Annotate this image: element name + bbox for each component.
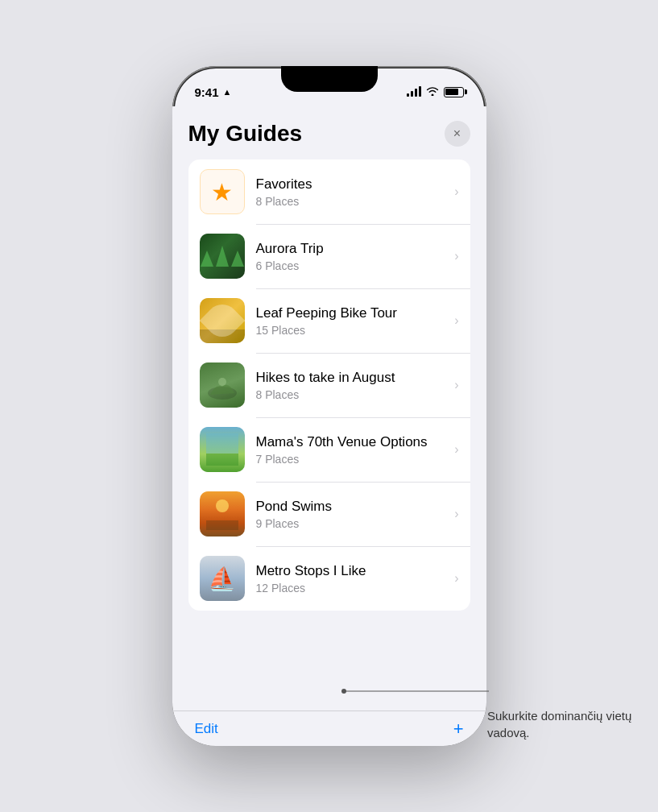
pond-decoration <box>206 498 238 530</box>
guide-name: Favorites <box>256 176 455 193</box>
phone-frame: 9:41 ▲ My Guide <box>172 66 486 746</box>
add-guide-button[interactable]: + <box>453 720 464 738</box>
guide-count: 6 Places <box>256 259 455 272</box>
mamas-decoration <box>206 433 238 466</box>
wifi-icon <box>426 86 439 98</box>
guide-name: Metro Stops I Like <box>256 563 455 579</box>
status-icons <box>407 86 464 98</box>
signal-bar-1 <box>407 93 409 97</box>
guide-info: Metro Stops I Like 12 Places <box>256 563 455 594</box>
header: My Guides × <box>188 106 470 160</box>
guide-thumbnail-mamas <box>200 427 245 472</box>
svg-point-1 <box>218 378 226 386</box>
guide-name: Hikes to take in August <box>256 370 455 386</box>
guides-list: ★ Favorites 8 Places › Au <box>188 160 470 611</box>
guide-thumbnail-metro: ⛵ <box>200 556 245 601</box>
svg-rect-3 <box>206 433 238 454</box>
guide-name: Leaf Peeping Bike Tour <box>256 305 455 321</box>
notch <box>281 66 378 92</box>
guide-count: 8 Places <box>256 388 455 401</box>
list-item[interactable]: ★ Favorites 8 Places › <box>188 160 470 224</box>
signal-bar-4 <box>419 86 421 97</box>
guide-name: Pond Swims <box>256 499 455 515</box>
guide-name: Mama's 70th Venue Options <box>256 434 455 450</box>
close-icon: × <box>453 127 461 140</box>
svg-point-4 <box>216 499 229 512</box>
tree-shape <box>201 251 213 267</box>
location-icon: ▲ <box>223 87 232 97</box>
annotation-line-svg <box>328 667 505 715</box>
chevron-right-icon: › <box>454 249 458 263</box>
edit-button[interactable]: Edit <box>195 721 218 737</box>
status-time: 9:41 ▲ <box>195 85 232 99</box>
guide-count: 12 Places <box>256 582 455 594</box>
guide-info: Hikes to take in August 8 Places <box>256 370 455 401</box>
list-item[interactable]: Aurora Trip 6 Places › <box>188 224 470 288</box>
chevron-right-icon: › <box>454 571 458 586</box>
guide-info: Mama's 70th Venue Options 7 Places <box>256 434 455 466</box>
bottom-bar: Edit + <box>172 710 486 746</box>
hikes-decoration <box>206 369 238 401</box>
guide-thumbnail-pond <box>200 491 245 536</box>
guide-name: Aurora Trip <box>256 241 455 257</box>
guide-thumbnail-aurora <box>200 234 245 279</box>
chevron-right-icon: › <box>454 442 458 457</box>
star-icon: ★ <box>211 178 233 206</box>
svg-rect-2 <box>206 454 238 466</box>
annotation-text: Sukurkite dominančių vietų vadovą. <box>487 707 640 741</box>
chevron-right-icon: › <box>454 313 458 328</box>
boat-icon: ⛵ <box>208 566 236 592</box>
page-title: My Guides <box>188 121 303 147</box>
aurora-trees-decoration <box>201 246 244 267</box>
signal-bars-icon <box>407 87 421 97</box>
guide-info: Aurora Trip 6 Places <box>256 241 455 272</box>
guide-info: Pond Swims 9 Places <box>256 499 455 530</box>
list-item[interactable]: ⛵ Metro Stops I Like 12 Places › <box>188 546 470 611</box>
list-item[interactable]: Hikes to take in August 8 Places › <box>188 353 470 417</box>
chevron-right-icon: › <box>454 184 458 199</box>
battery-icon <box>444 87 464 97</box>
tree-shape <box>231 251 244 267</box>
chevron-right-icon: › <box>454 378 458 392</box>
guide-count: 15 Places <box>256 324 455 337</box>
svg-point-7 <box>341 689 346 694</box>
svg-rect-5 <box>206 520 238 530</box>
guide-thumbnail-hikes <box>200 362 245 408</box>
list-item[interactable]: Mama's 70th Venue Options 7 Places › <box>188 417 470 482</box>
close-button[interactable]: × <box>445 121 470 147</box>
list-item[interactable]: Leaf Peeping Bike Tour 15 Places › <box>188 288 470 353</box>
guide-count: 9 Places <box>256 517 455 530</box>
list-item[interactable]: Pond Swims 9 Places › <box>188 482 470 546</box>
leaf-decoration <box>200 298 245 343</box>
guide-info: Leaf Peeping Bike Tour 15 Places <box>256 305 455 337</box>
battery-fill <box>445 89 458 95</box>
tree-shape <box>216 246 229 267</box>
signal-bar-2 <box>411 91 413 97</box>
guide-count: 7 Places <box>256 453 455 466</box>
signal-bar-3 <box>415 89 417 97</box>
guide-info: Favorites 8 Places <box>256 176 455 208</box>
guide-thumbnail-leaf <box>200 298 245 343</box>
guide-count: 8 Places <box>256 195 455 208</box>
chevron-right-icon: › <box>454 507 458 521</box>
main-content: My Guides × ★ Favorites 8 Places › <box>172 106 486 710</box>
guide-thumbnail-favorites: ★ <box>200 169 245 214</box>
